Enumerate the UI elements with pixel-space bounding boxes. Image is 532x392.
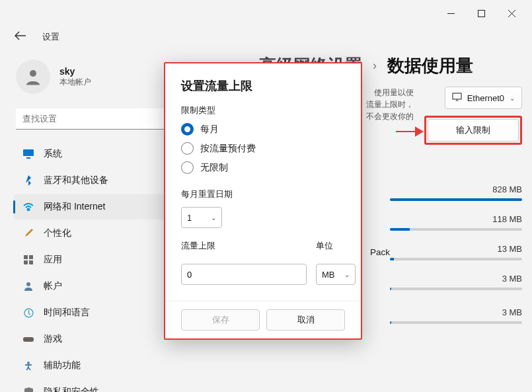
svg-rect-0 bbox=[447, 13, 455, 14]
unit-label: 单位 bbox=[316, 240, 356, 252]
ethernet-icon bbox=[452, 93, 462, 103]
svg-rect-6 bbox=[24, 255, 28, 259]
svg-point-13 bbox=[27, 362, 30, 364]
radio-option-1[interactable]: 按流量预付费 bbox=[181, 142, 345, 155]
radio-option-0[interactable]: 每月 bbox=[181, 123, 345, 136]
chevron-right-icon: › bbox=[373, 59, 377, 73]
sidebar-item-label: 系统 bbox=[44, 148, 62, 160]
limit-type-label: 限制类型 bbox=[181, 104, 345, 116]
sidebar-item-label: 个性化 bbox=[44, 227, 71, 239]
radio-icon bbox=[181, 123, 194, 136]
apps-icon bbox=[22, 254, 34, 266]
app-title: 设置 bbox=[42, 31, 59, 43]
svg-rect-9 bbox=[29, 260, 33, 264]
person-icon bbox=[22, 280, 34, 292]
radio-icon bbox=[181, 142, 194, 155]
usage-bar bbox=[390, 258, 522, 260]
window-titlebar bbox=[0, 0, 532, 26]
enter-limit-label: 输入限制 bbox=[456, 124, 490, 136]
svg-point-5 bbox=[28, 209, 30, 211]
usage-bar bbox=[390, 321, 522, 324]
limit-type-radio-group: 每月按流量预付费无限制 bbox=[181, 123, 345, 174]
svg-rect-7 bbox=[29, 255, 33, 259]
dialog-title: 设置流量上限 bbox=[181, 78, 345, 94]
reset-date-select[interactable]: 1 ⌄ bbox=[181, 207, 222, 228]
cancel-label: 取消 bbox=[297, 314, 315, 326]
svg-rect-1 bbox=[478, 10, 484, 17]
usage-bar bbox=[390, 198, 522, 201]
bluetooth-icon bbox=[22, 175, 34, 186]
usage-bar bbox=[390, 228, 522, 231]
limit-amount-input[interactable] bbox=[181, 264, 307, 285]
save-label: 保存 bbox=[212, 314, 229, 326]
row-amount: 3 MB bbox=[390, 307, 522, 317]
svg-rect-4 bbox=[26, 157, 30, 159]
account-type: 本地帐户 bbox=[59, 77, 91, 88]
sidebar-item-label: 时间和语言 bbox=[44, 307, 90, 319]
svg-rect-12 bbox=[23, 337, 34, 342]
unit-select[interactable]: MB ⌄ bbox=[316, 264, 356, 285]
sidebar-item-label: 网络和 Internet bbox=[44, 201, 105, 213]
adapter-label: Ethernet0 bbox=[467, 93, 504, 103]
radio-label: 无限制 bbox=[200, 162, 228, 174]
network-adapter-selector[interactable]: Ethernet0 ⌄ bbox=[445, 87, 522, 109]
chevron-down-icon: ⌄ bbox=[510, 95, 515, 102]
usage-bar bbox=[390, 288, 522, 290]
row-amount: 118 MB bbox=[390, 214, 522, 224]
header-row: 设置 bbox=[0, 26, 532, 48]
svg-point-2 bbox=[30, 70, 36, 77]
reset-date-label: 每月重置日期 bbox=[181, 188, 345, 200]
svg-rect-3 bbox=[23, 149, 34, 156]
back-button[interactable] bbox=[15, 31, 26, 43]
gamepad-icon bbox=[22, 333, 34, 345]
radio-label: 按流量预付费 bbox=[200, 143, 256, 155]
sidebar-item-8[interactable]: 辅助功能 bbox=[13, 353, 205, 378]
radio-icon bbox=[181, 161, 194, 174]
svg-rect-8 bbox=[24, 260, 28, 264]
sidebar-item-label: 帐户 bbox=[44, 280, 62, 292]
clock-globe-icon bbox=[22, 307, 34, 319]
breadcrumb-data-usage: 数据使用量 bbox=[387, 54, 473, 77]
enter-limit-button[interactable]: 输入限制 bbox=[428, 119, 519, 141]
reset-date-value: 1 bbox=[187, 213, 192, 223]
sidebar-item-label: 蓝牙和其他设备 bbox=[44, 175, 108, 186]
wifi-icon bbox=[22, 201, 34, 213]
save-button[interactable]: 保存 bbox=[181, 309, 260, 331]
minimize-button[interactable] bbox=[436, 3, 466, 24]
sidebar-item-label: 隐私和安全性 bbox=[44, 386, 99, 392]
close-button[interactable] bbox=[496, 3, 527, 24]
cancel-button[interactable]: 取消 bbox=[266, 309, 345, 331]
row-amount: 3 MB bbox=[390, 274, 522, 284]
enter-limit-highlight: 输入限制 bbox=[424, 116, 522, 145]
sidebar-item-label: 应用 bbox=[44, 254, 62, 266]
chevron-down-icon: ⌄ bbox=[211, 214, 216, 221]
radio-label: 每月 bbox=[200, 124, 219, 136]
row-amount: 13 MB bbox=[390, 244, 522, 254]
limit-amount-label: 流量上限 bbox=[181, 240, 307, 252]
brush-icon bbox=[22, 227, 34, 239]
sidebar-item-label: 游戏 bbox=[44, 333, 62, 345]
chevron-down-icon: ⌄ bbox=[344, 271, 350, 278]
unit-value: MB bbox=[322, 270, 335, 280]
annotation-arrow-icon bbox=[395, 126, 424, 140]
radio-option-2[interactable]: 无限制 bbox=[181, 161, 345, 174]
shield-icon bbox=[22, 386, 34, 392]
avatar bbox=[16, 59, 50, 94]
svg-rect-14 bbox=[453, 93, 461, 99]
monitor-icon bbox=[22, 148, 34, 160]
sidebar-item-9[interactable]: 隐私和安全性 bbox=[13, 379, 205, 392]
data-limit-dialog: 设置流量上限 限制类型 每月按流量预付费无限制 每月重置日期 1 ⌄ 流量上限 … bbox=[164, 62, 362, 340]
row-amount: 828 MB bbox=[390, 184, 522, 194]
svg-point-10 bbox=[26, 282, 30, 286]
maximize-button[interactable] bbox=[466, 3, 496, 24]
row-label: Pack bbox=[370, 247, 390, 257]
accessibility-icon bbox=[22, 360, 34, 372]
sidebar-item-label: 辅助功能 bbox=[44, 360, 81, 372]
username: sky bbox=[59, 66, 91, 77]
